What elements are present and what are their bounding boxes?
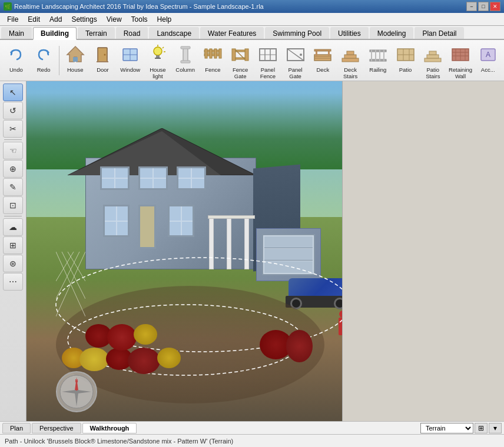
- minimize-button[interactable]: −: [466, 2, 477, 11]
- tab-building[interactable]: Building: [33, 27, 77, 40]
- maximize-button[interactable]: □: [478, 2, 489, 11]
- trellis: [56, 252, 85, 316]
- view-options-button[interactable]: ⊞: [475, 423, 488, 433]
- tool-draw[interactable]: ✎: [3, 178, 23, 196]
- svg-rect-12: [155, 58, 161, 59]
- tool-select[interactable]: ↖: [3, 84, 23, 101]
- svg-point-36: [300, 54, 302, 56]
- tool-hand[interactable]: ☜: [3, 142, 23, 159]
- svg-rect-24: [219, 49, 221, 58]
- tab-utilities[interactable]: Utilities: [330, 27, 369, 39]
- svg-rect-44: [344, 55, 356, 58]
- close-button[interactable]: ✕: [490, 2, 500, 11]
- tool-undo[interactable]: ↺: [3, 102, 23, 119]
- terrain-dropdown[interactable]: TerrainNoneAll: [420, 423, 473, 433]
- toolbar-fence[interactable]: Fence: [199, 42, 227, 79]
- toolbar-accessory[interactable]: A Acc...: [474, 42, 502, 79]
- tab-terrain[interactable]: Terrain: [78, 27, 115, 39]
- tab-swimming-pool[interactable]: Swimming Pool: [265, 27, 329, 39]
- svg-rect-3: [73, 57, 78, 62]
- menu-item-settings[interactable]: Settings: [67, 13, 101, 25]
- svg-rect-57: [427, 55, 439, 58]
- toolbar-panel-gate[interactable]: Panel Gate: [281, 42, 309, 79]
- bottom-tab-walkthrough[interactable]: Walkthrough: [82, 423, 137, 433]
- house-window-lower-1: [103, 205, 130, 237]
- tab-main[interactable]: Main: [1, 27, 32, 39]
- menu-bar: FileEditAddSettingsViewToolsHelp: [0, 13, 504, 26]
- svg-line-76: [56, 252, 74, 281]
- menu-item-edit[interactable]: Edit: [23, 13, 45, 25]
- svg-rect-16: [183, 48, 188, 62]
- right-plants: [260, 330, 313, 362]
- toolbar-door[interactable]: Door: [89, 42, 117, 79]
- toolbar-house-light[interactable]: House light: [144, 42, 172, 79]
- house-light-icon: [147, 44, 168, 65]
- tab-plan-detail[interactable]: Plan Detail: [415, 27, 464, 39]
- tool-cloud[interactable]: ☁: [3, 218, 23, 236]
- bottom-tab-perspective[interactable]: Perspective: [32, 423, 81, 433]
- menu-item-tools[interactable]: Tools: [127, 13, 152, 25]
- svg-point-5: [104, 54, 106, 55]
- fence-gate-icon: [230, 44, 251, 65]
- svg-text:A: A: [486, 51, 490, 59]
- front-plants: [62, 348, 181, 374]
- toolbar-patio-stairs[interactable]: Patio Stairs: [419, 42, 447, 79]
- toolbar: Undo Redo House Door Window House light: [0, 40, 504, 81]
- undo-icon: [5, 44, 26, 65]
- toolbar-house[interactable]: House: [61, 42, 89, 79]
- svg-point-10: [154, 47, 162, 55]
- svg-rect-23: [214, 49, 217, 58]
- tool-snap[interactable]: ⊛: [3, 255, 23, 272]
- compass-rose: N: [56, 371, 97, 412]
- svg-rect-58: [429, 51, 436, 55]
- door-icon: [92, 44, 113, 65]
- house-window-1: [100, 166, 130, 190]
- toolbar-panel-fence[interactable]: Panel Fence: [254, 42, 282, 79]
- status-bar: Path - Unilock 'Brussels Block® Limeston…: [0, 434, 504, 447]
- toolbar-fence-gate[interactable]: Fence Gate: [227, 42, 254, 79]
- tool-select-area[interactable]: ⊡: [3, 196, 23, 214]
- bottom-bar: PlanPerspectiveWalkthroughTerrainNoneAll…: [0, 421, 504, 434]
- tab-road[interactable]: Road: [116, 27, 148, 39]
- toolbar-patio[interactable]: Patio: [392, 42, 419, 79]
- toolbar-deck[interactable]: Deck: [309, 42, 337, 79]
- menu-item-help[interactable]: Help: [152, 13, 177, 25]
- tool-zoom[interactable]: ⊕: [3, 160, 23, 178]
- bottom-tab-plan[interactable]: Plan: [2, 423, 31, 433]
- svg-rect-17: [181, 46, 190, 49]
- toolbar-window[interactable]: Window: [117, 42, 144, 79]
- tool-cut[interactable]: ✂: [3, 120, 23, 138]
- accessory-icon: A: [478, 44, 499, 65]
- right-panel: [342, 81, 504, 421]
- undo-button[interactable]: Undo: [2, 42, 30, 79]
- person-figure: [339, 311, 342, 335]
- fence-icon: [202, 44, 223, 65]
- status-text: Path - Unilock 'Brussels Block® Limeston…: [5, 438, 233, 445]
- tool-more[interactable]: ⋯: [3, 273, 23, 291]
- tab-modeling[interactable]: Modeling: [370, 27, 414, 39]
- toolbar-deck-stairs[interactable]: Deck Stairs: [337, 42, 364, 79]
- svg-rect-56: [425, 58, 441, 62]
- window-title: Realtime Landscaping Architect 2016 Tria…: [14, 3, 466, 10]
- content-area: ↖↺✂☜⊕✎⊡☁⊞⊛⋯: [0, 81, 504, 421]
- car: [286, 269, 342, 311]
- toolbar-railing[interactable]: Railing: [364, 42, 392, 79]
- deck-icon: [312, 44, 333, 65]
- menu-item-view[interactable]: View: [102, 13, 127, 25]
- menu-item-file[interactable]: File: [2, 13, 23, 25]
- redo-button[interactable]: Redo: [30, 42, 58, 79]
- toolbar-retaining-wall[interactable]: Retaining Wall: [447, 42, 475, 79]
- view-dropdown-button[interactable]: ▾: [489, 423, 502, 433]
- toolbar-column[interactable]: Column: [171, 42, 199, 79]
- panel-fence-icon: [257, 44, 278, 65]
- tab-water-features[interactable]: Water Features: [200, 27, 264, 39]
- svg-rect-26: [245, 49, 248, 61]
- tab-bar: MainBuildingTerrainRoadLandscapeWater Fe…: [0, 26, 504, 40]
- tool-grid[interactable]: ⊞: [3, 236, 23, 254]
- retaining-wall-icon: [450, 44, 471, 65]
- viewport-3d[interactable]: N: [26, 81, 342, 421]
- window-controls: − □ ✕: [466, 2, 500, 11]
- menu-item-add[interactable]: Add: [45, 13, 67, 25]
- svg-rect-42: [314, 49, 331, 51]
- tab-landscape[interactable]: Landscape: [149, 27, 199, 39]
